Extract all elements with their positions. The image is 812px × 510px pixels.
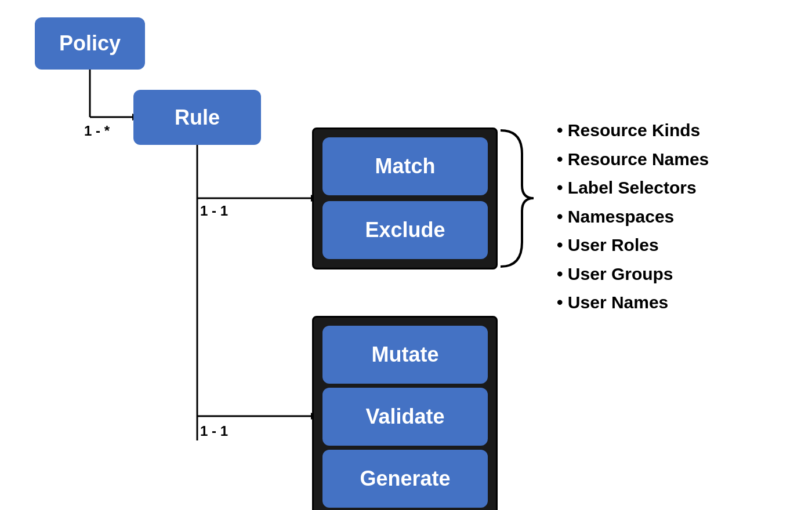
generate-box: Generate [322,450,488,508]
policy-box: Policy [35,17,145,70]
properties-list: Resource Kinds Resource Names Label Sele… [557,116,709,317]
list-item-resource-kinds: Resource Kinds [557,116,709,145]
list-item-user-groups: User Groups [557,260,709,289]
label-rule-to-match: 1 - 1 [200,203,228,219]
label-rule-to-action: 1 - 1 [200,423,228,439]
validate-box: Validate [322,388,488,446]
mutate-box: Mutate [322,326,488,384]
rule-box: Rule [133,90,261,145]
label-policy-to-rule: 1 - * [84,123,110,139]
list-item-resource-names: Resource Names [557,145,709,174]
exclude-box: Exclude [322,201,488,259]
list-item-label-selectors: Label Selectors [557,173,709,202]
list-item-user-names: User Names [557,288,709,317]
list-item-user-roles: User Roles [557,231,709,260]
match-box: Match [322,137,488,195]
list-item-namespaces: Namespaces [557,202,709,231]
diagram: Policy Rule Match Exclude Mutate Validat… [0,0,812,510]
